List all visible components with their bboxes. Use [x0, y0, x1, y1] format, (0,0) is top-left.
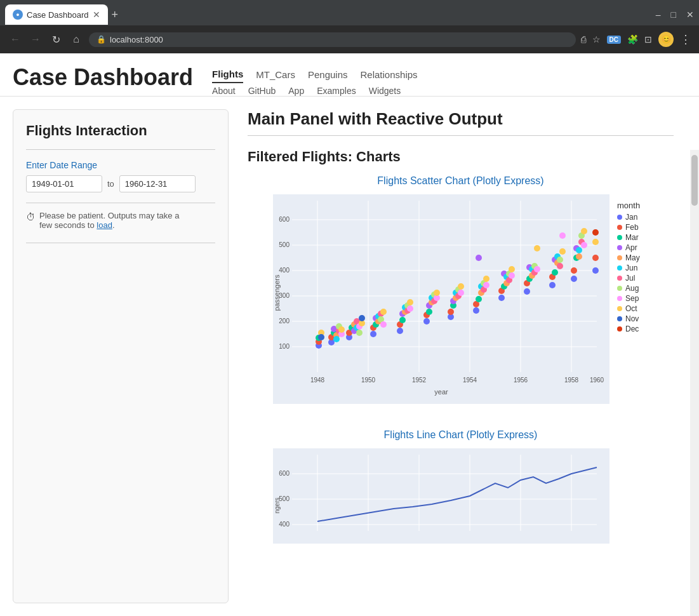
new-tab-button[interactable]: + [112, 8, 119, 22]
line-chart-title: Flights Line Chart (Plotly Express) [248, 429, 674, 441]
svg-text:1960: 1960 [590, 377, 604, 384]
svg-point-104 [498, 295, 505, 301]
tab-close-icon[interactable]: ✕ [93, 10, 100, 20]
section-title: Filtered Flights: Charts [248, 149, 674, 165]
svg-point-94 [473, 307, 479, 314]
legend-dot-jan [617, 215, 622, 220]
url-text: localhost:8000 [110, 35, 163, 44]
svg-point-134 [571, 276, 577, 282]
svg-point-138 [576, 253, 582, 260]
svg-rect-0 [273, 194, 609, 391]
svg-point-64 [397, 328, 403, 334]
svg-text:1950: 1950 [361, 377, 376, 384]
refresh-button[interactable]: ↻ [48, 34, 63, 46]
nav-examples[interactable]: Examples [317, 86, 356, 96]
legend-dot-oct [617, 306, 622, 311]
back-button[interactable]: ← [8, 34, 23, 45]
layout-icon[interactable]: ⊡ [644, 34, 652, 44]
url-bar[interactable]: 🔒 localhost:8000 [89, 32, 576, 47]
chart-legend: month Jan Feb Mar Apr [609, 194, 654, 404]
svg-text:200: 200 [279, 318, 290, 325]
svg-point-113 [509, 266, 515, 272]
scrollbar-thumb[interactable] [691, 155, 698, 206]
profile-badge[interactable]: DC [607, 36, 621, 44]
nav-about[interactable]: About [212, 86, 236, 96]
tab-favicon-icon: ● [13, 10, 23, 20]
sidebar-note: ⏱ Please be patient. Outputs may take a … [26, 211, 215, 230]
legend-jan: Jan [617, 213, 654, 222]
app-header: Case Dashboard Flights MT_Cars Penguins … [0, 53, 699, 97]
svg-text:600: 600 [279, 470, 290, 477]
svg-text:100: 100 [279, 343, 290, 350]
date-start-input[interactable] [26, 175, 102, 192]
svg-text:500: 500 [279, 241, 290, 248]
forward-button[interactable]: → [28, 34, 43, 45]
svg-text:600: 600 [279, 216, 290, 223]
svg-point-74 [423, 318, 430, 325]
svg-text:1948: 1948 [310, 377, 325, 384]
svg-point-103 [483, 276, 489, 282]
svg-text:1956: 1956 [514, 377, 528, 384]
nav-flights[interactable]: Flights [212, 66, 243, 83]
svg-point-147 [592, 239, 599, 245]
nav-app[interactable]: App [288, 86, 304, 96]
avatar[interactable]: 😊 [658, 32, 674, 47]
legend-label-may: May [625, 253, 640, 262]
legend-label-feb: Feb [625, 223, 639, 232]
line-chart-wrapper: 400 500 600 ngers [248, 448, 674, 544]
date-range-row: to [26, 175, 215, 192]
nav-mt-cars[interactable]: MT_Cars [256, 67, 295, 83]
home-button[interactable]: ⌂ [69, 34, 84, 45]
svg-point-93 [458, 283, 464, 290]
nav-relationships[interactable]: Relationships [361, 67, 418, 83]
legend-label-aug: Aug [625, 284, 639, 293]
svg-point-135 [571, 267, 577, 274]
legend-dot-jul [617, 276, 622, 281]
svg-text:1952: 1952 [412, 377, 427, 384]
scatter-chart-container: 100 200 300 400 500 600 1948 1950 1952 1… [248, 194, 609, 404]
svg-point-83 [434, 290, 440, 296]
svg-point-144 [592, 267, 599, 274]
legend-label-mar: Mar [625, 233, 639, 242]
browser-menu-icon[interactable]: ⋮ [680, 32, 691, 46]
svg-text:ngers: ngers [274, 497, 281, 513]
svg-point-38 [333, 336, 340, 342]
date-end-input[interactable] [119, 175, 196, 192]
svg-text:400: 400 [279, 521, 290, 528]
legend-nov: Nov [617, 314, 654, 323]
nav-penguins[interactable]: Penguins [308, 67, 348, 83]
tab-title: Case Dashboard [27, 10, 89, 20]
svg-text:1958: 1958 [564, 377, 579, 384]
svg-point-146 [592, 229, 599, 236]
sidebar-title: Flights Interaction [26, 123, 215, 139]
app-nav: Flights MT_Cars Penguins Relationships A… [212, 64, 417, 96]
extensions-icon[interactable]: 🧩 [627, 34, 638, 44]
svg-point-122 [534, 266, 540, 272]
svg-text:400: 400 [279, 267, 290, 274]
svg-point-123 [534, 245, 540, 251]
browser-tab[interactable]: ● Case Dashboard ✕ [5, 4, 108, 25]
scrollbar-track[interactable] [690, 150, 699, 616]
bookmark-icon[interactable]: ☆ [592, 34, 601, 44]
legend-oct: Oct [617, 304, 654, 313]
nav-github[interactable]: GitHub [248, 86, 276, 96]
legend-label-oct: Oct [625, 304, 637, 313]
line-chart-svg: 400 500 600 ngers [273, 448, 609, 544]
legend-dec: Dec [617, 325, 654, 333]
legend-sep: Sep [617, 294, 654, 303]
app-title: Case Dashboard [13, 64, 193, 91]
note-icon: ⏱ [26, 211, 36, 222]
nav-widgets[interactable]: Widgets [369, 86, 401, 96]
svg-point-124 [549, 282, 556, 288]
svg-point-32 [318, 334, 324, 340]
line-chart-container: 400 500 600 ngers [248, 448, 674, 544]
share-icon[interactable]: ⎙ [581, 34, 586, 44]
svg-point-92 [458, 290, 464, 296]
legend-dot-jun [617, 265, 622, 271]
svg-rect-148 [273, 448, 609, 537]
legend-jul: Jul [617, 274, 654, 283]
scatter-chart-wrapper: 100 200 300 400 500 600 1948 1950 1952 1… [248, 194, 674, 404]
svg-point-96 [476, 296, 482, 302]
svg-point-132 [559, 232, 566, 239]
sidebar: Flights Interaction Enter Date Range to … [13, 109, 229, 603]
